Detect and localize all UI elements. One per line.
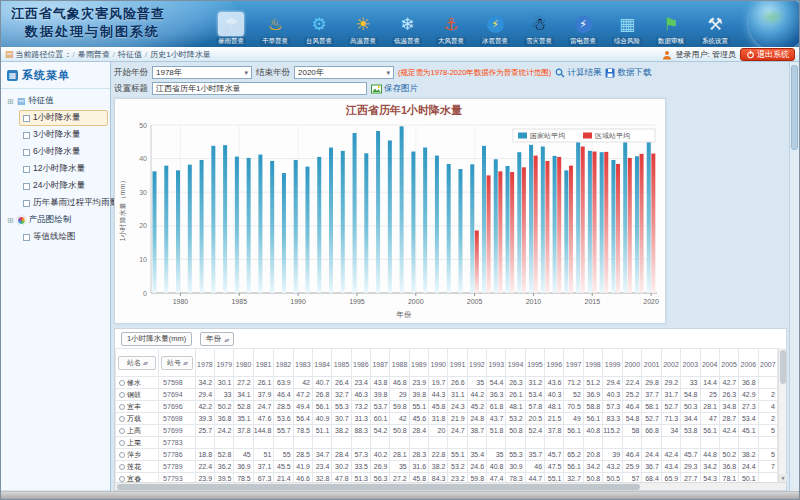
year-column-header[interactable]: 1990 <box>429 349 448 377</box>
scroll-down-arrow-icon[interactable]: ▼ <box>779 474 787 482</box>
toolbar-item-diwen[interactable]: ❄低温普查 <box>385 12 429 46</box>
year-column-header[interactable]: 2004 <box>700 349 719 377</box>
tree-item-24小时降水量[interactable]: 24小时降水量 <box>19 178 108 194</box>
tree-toggle-icon[interactable]: ⊞ <box>7 97 14 106</box>
toolbar-item-ganhan[interactable]: ♨干旱普查 <box>253 12 297 46</box>
year-column-header[interactable]: 2003 <box>681 349 700 377</box>
calculate-button[interactable]: 计算结果 <box>555 67 601 79</box>
year-column-header[interactable]: 1982 <box>274 349 293 377</box>
toolbar-item-zonghe[interactable]: ▦综合风险 <box>605 12 649 46</box>
year-column-header[interactable]: 2006 <box>739 349 758 377</box>
radio-icon[interactable] <box>119 464 125 470</box>
year-column-header[interactable]: 2000 <box>623 349 642 377</box>
station-name-cell[interactable]: 上栗 <box>116 437 159 449</box>
station-name-cell[interactable]: 修水 <box>116 377 159 389</box>
year-sort-control[interactable]: 年份 ▴▾ <box>200 332 234 346</box>
year-column-header[interactable]: 1992 <box>467 349 486 377</box>
radio-icon[interactable] <box>119 416 125 422</box>
breadcrumb-item[interactable]: 历史1小时降水量 <box>150 50 210 59</box>
radio-icon[interactable] <box>119 476 125 482</box>
logout-button[interactable]: 退出系统 <box>740 48 795 61</box>
breadcrumb-item[interactable]: 暴雨普查 <box>78 50 110 59</box>
toolbar-item-shenhe[interactable]: ⚑数据审核 <box>649 12 693 46</box>
table-hscroll-thumb[interactable] <box>117 484 640 490</box>
toolbar-item-bingbao[interactable]: ⚡冰雹普查 <box>473 12 517 46</box>
save-image-button[interactable]: 保存图片 <box>371 83 418 95</box>
station-name-cell[interactable]: 莲花 <box>116 461 159 473</box>
table-vertical-scrollbar[interactable]: ▼ <box>778 348 786 482</box>
table-filter-label[interactable]: 1小时降水量(mm) <box>121 332 192 346</box>
year-column-header[interactable]: 1985 <box>332 349 351 377</box>
station-name-cell[interactable]: 万载 <box>116 413 159 425</box>
table-vscroll-thumb[interactable] <box>780 350 786 384</box>
page-scrollbar-thumb[interactable] <box>791 65 798 150</box>
toolbar-item-dafeng[interactable]: ⚓大风普查 <box>429 12 473 46</box>
toolbar-item-shezhi[interactable]: ⚒系统设置 <box>693 12 737 46</box>
value-cell: 27.3 <box>739 401 758 413</box>
year-column-header[interactable]: 1994 <box>506 349 525 377</box>
year-column-header[interactable]: 1981 <box>253 349 274 377</box>
tree-item-6小时降水量[interactable]: 6小时降水量 <box>19 144 108 160</box>
station-name-header[interactable]: 站名▴▾ <box>116 349 159 377</box>
radio-icon[interactable] <box>119 452 125 458</box>
toolbar-item-baoyu[interactable]: ☂暴雨普查 <box>209 12 253 46</box>
year-column-header[interactable]: 1984 <box>312 349 331 377</box>
year-column-header[interactable]: 1986 <box>351 349 370 377</box>
station-name-cell[interactable]: 萍乡 <box>116 449 159 461</box>
tree-group-0[interactable]: ⊞▤特征值 <box>3 93 108 109</box>
value-cell: 52.4 <box>525 425 544 437</box>
year-column-header[interactable]: 2002 <box>661 349 680 377</box>
year-column-header[interactable]: 1995 <box>525 349 544 377</box>
station-code-header[interactable]: 站号▴▾ <box>159 349 196 377</box>
end-year-select[interactable]: 2020年▾ <box>294 66 394 79</box>
download-button[interactable]: 数据下载 <box>605 67 651 79</box>
radio-icon[interactable] <box>119 440 125 446</box>
year-column-header[interactable]: 1999 <box>603 349 623 377</box>
tree-item-12小时降水量[interactable]: 12小时降水量 <box>19 161 108 177</box>
year-column-header[interactable]: 1993 <box>487 349 506 377</box>
chart-title-input[interactable] <box>152 82 367 95</box>
year-column-header[interactable]: 1997 <box>564 349 583 377</box>
year-column-header[interactable]: 2005 <box>719 349 738 377</box>
leaf-checkbox-icon <box>23 200 30 207</box>
toolbar-item-gaowen[interactable]: ☀高温普查 <box>341 12 385 46</box>
radio-icon[interactable] <box>119 428 125 434</box>
table-horizontal-scrollbar[interactable] <box>115 482 786 490</box>
tree-item-1小时降水量[interactable]: 1小时降水量 <box>19 110 108 126</box>
year-column-header[interactable]: 2001 <box>642 349 661 377</box>
year-column-header[interactable]: 1989 <box>409 349 428 377</box>
toolbar-item-taifeng[interactable]: ⚙台风普查 <box>297 12 341 46</box>
toolbar-item-xuezai[interactable]: ☃雪灾普查 <box>517 12 561 46</box>
radio-icon[interactable] <box>119 404 125 410</box>
breadcrumb-item[interactable]: 特征值 <box>118 50 142 59</box>
year-column-header[interactable]: 1996 <box>545 349 564 377</box>
tree-item-历年暴雨过程平均雨量[interactable]: 历年暴雨过程平均雨量 <box>19 195 108 211</box>
value-cell: 2 <box>758 413 777 425</box>
page-scrollbar[interactable] <box>789 62 799 491</box>
station-name-cell[interactable]: 铜鼓 <box>116 389 159 401</box>
year-column-header[interactable]: 1980 <box>234 349 253 377</box>
tree-item-3小时降水量[interactable]: 3小时降水量 <box>19 127 108 143</box>
station-name-cell[interactable]: 上高 <box>116 425 159 437</box>
year-column-header[interactable]: 1998 <box>583 349 602 377</box>
year-column-header[interactable]: 1978 <box>195 349 214 377</box>
year-column-header[interactable]: 2007 <box>758 349 777 377</box>
radio-icon[interactable] <box>119 392 125 398</box>
station-name-cell[interactable]: 宜丰 <box>116 401 159 413</box>
station-name-cell[interactable]: 宜春 <box>116 473 159 483</box>
radio-icon[interactable] <box>119 380 125 386</box>
svg-text:区域站平均: 区域站平均 <box>595 132 630 140</box>
tree-group-1[interactable]: ⊞产品图绘制 <box>3 212 108 228</box>
year-column-header[interactable]: 1987 <box>371 349 390 377</box>
year-column-header[interactable]: 1988 <box>390 349 409 377</box>
table-wrapper: 站名▴▾站号▴▾19781979198019811982198319841985… <box>115 348 778 482</box>
year-column-header[interactable]: 1991 <box>448 349 467 377</box>
start-year-select[interactable]: 1978年▾ <box>152 66 252 79</box>
tree-toggle-icon[interactable]: ⊞ <box>7 216 14 225</box>
value-cell: 35.7 <box>525 449 544 461</box>
year-column-header[interactable]: 1979 <box>215 349 234 377</box>
tree-item-等值线绘图[interactable]: 等值线绘图 <box>19 229 108 245</box>
value-cell: 26.9 <box>371 461 390 473</box>
toolbar-item-leidian[interactable]: ⚡雷电普查 <box>561 12 605 46</box>
year-column-header[interactable]: 1983 <box>293 349 312 377</box>
